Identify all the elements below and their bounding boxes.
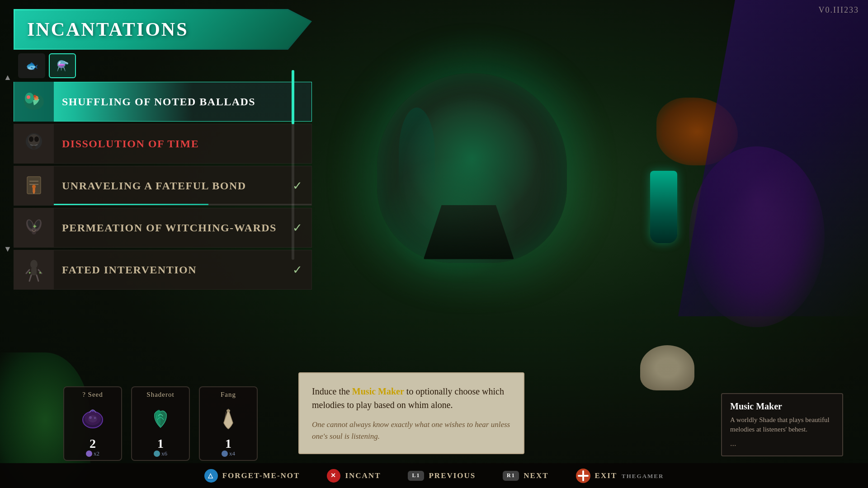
nav-arrow-up[interactable]: ▲	[3, 72, 13, 82]
description-main: Induce the Music Maker to optionally cho…	[312, 385, 511, 412]
thegamer-label: TheGamer	[622, 473, 664, 479]
svg-text:✦: ✦	[32, 223, 38, 230]
ingredient-card-3: Fang 1 x4	[199, 386, 258, 461]
version-label: V0.III233	[819, 5, 859, 15]
svg-line-25	[37, 275, 38, 281]
action-forget-label: Forget-me-not	[222, 471, 300, 480]
item-name-1: Shuffling of Noted Ballads	[54, 96, 302, 108]
item-icon-2	[14, 124, 54, 164]
incantation-item-5[interactable]: ✦ ✦ Fated Intervention ✓	[14, 250, 312, 290]
nav-arrow-down[interactable]: ▼	[3, 244, 13, 254]
incantation-list: Shuffling of Noted Ballads Dissolution o…	[14, 82, 312, 290]
svg-point-7	[29, 136, 33, 142]
l1-button[interactable]: L1	[408, 471, 424, 481]
incantation-item-3[interactable]: Unraveling a Fateful Bond ✓	[14, 166, 312, 206]
ingredient-count-2: 1	[157, 436, 164, 451]
action-exit-label: Exit TheGamer	[595, 471, 664, 480]
svg-point-8	[34, 136, 39, 142]
ingredient-card-2: Shaderot 1 x6	[131, 386, 190, 461]
ingredient-icon-1	[75, 400, 111, 436]
tab-mortar[interactable]: ⚗️	[49, 53, 76, 78]
item-name-2: Dissolution of Time	[54, 138, 302, 150]
svg-point-31	[89, 416, 92, 419]
ingredient-label-3: Fang	[221, 391, 236, 399]
svg-line-24	[29, 275, 31, 281]
ingredient-stock-label-1: x2	[94, 450, 99, 457]
ingredient-stock-label-3: x4	[229, 450, 235, 457]
tooltip-text: A worldly Shade that plays beautiful mel…	[730, 415, 834, 434]
item-name-3: Unraveling a Fateful Bond	[54, 180, 288, 192]
ingredient-count-1: 2	[90, 436, 96, 451]
item-icon-3	[14, 166, 54, 206]
item-name-5: Fated Intervention	[54, 264, 288, 276]
action-incant-label: Incant	[345, 471, 381, 480]
incantations-header: INCANTATIONS	[14, 9, 312, 50]
ingredient-stock-label-2: x6	[161, 450, 167, 457]
svg-text:✦: ✦	[28, 271, 32, 275]
ingredient-stock-2: x6	[154, 450, 167, 457]
bottom-action-bar: △ Forget-me-not ✕ Incant L1 Previous R1 …	[0, 463, 868, 488]
item-icon-4: ✦	[14, 208, 54, 248]
ingredients-section: ? Seed 2 x2 Shaderot	[63, 386, 258, 461]
svg-rect-21	[31, 268, 37, 275]
desc-prefix: Induce the	[312, 386, 352, 396]
ingredient-label-2: Shaderot	[146, 391, 174, 399]
cross-button[interactable]	[576, 469, 590, 483]
action-next-label: Next	[524, 471, 548, 480]
item-check-5: ✓	[292, 263, 302, 277]
item-icon-5: ✦ ✦	[14, 250, 54, 290]
ingredient-icon-2	[142, 400, 179, 436]
action-next[interactable]: R1 Next	[503, 471, 548, 481]
ingredient-stock-1: x2	[86, 450, 99, 457]
ingredient-card-1: ? Seed 2 x2	[63, 386, 122, 461]
tooltip-title: Music Maker	[730, 401, 834, 412]
svg-point-4	[33, 95, 36, 98]
tab-icons: 🐟 ⚗️	[14, 53, 312, 78]
action-previous[interactable]: L1 Previous	[408, 471, 476, 481]
item-name-4: Permeation of Witching-Wards	[54, 222, 288, 234]
item-icon-1	[14, 82, 54, 122]
r1-button[interactable]: R1	[503, 471, 519, 481]
tooltip-dots: ...	[730, 439, 834, 448]
desc-highlight: Music Maker	[352, 386, 404, 396]
svg-point-9	[32, 145, 36, 149]
svg-point-13	[32, 185, 36, 188]
exit-label: Exit	[595, 471, 617, 480]
triangle-button[interactable]: △	[204, 469, 218, 483]
action-incant[interactable]: ✕ Incant	[327, 469, 381, 483]
left-panel: INCANTATIONS 🐟 ⚗️ Shuffling of Noted Bal…	[14, 9, 312, 290]
ingredient-icon-3	[210, 400, 246, 436]
panel-title: INCANTATIONS	[27, 19, 189, 40]
svg-point-30	[88, 415, 97, 422]
tooltip-box: Music Maker A worldly Shade that plays b…	[721, 393, 843, 456]
action-exit[interactable]: Exit TheGamer	[576, 469, 664, 483]
incantation-item-2[interactable]: Dissolution of Time	[14, 124, 312, 164]
svg-point-2	[27, 95, 30, 99]
svg-point-33	[226, 409, 230, 412]
tab-fish[interactable]: 🐟	[18, 53, 45, 78]
description-italic: One cannot always know exactly what one …	[312, 419, 511, 442]
ingredient-label-1: ? Seed	[82, 391, 103, 399]
incantation-item-1[interactable]: Shuffling of Noted Ballads	[14, 82, 312, 122]
ingredient-count-3: 1	[225, 436, 231, 451]
ingredient-stock-3: x4	[222, 450, 235, 457]
svg-text:✦: ✦	[38, 271, 42, 275]
scroll-thumb	[292, 70, 294, 124]
svg-point-32	[94, 417, 96, 419]
x-button[interactable]: ✕	[327, 469, 340, 483]
incantation-item-4[interactable]: ✦ Permeation of Witching-Wards ✓	[14, 208, 312, 248]
action-previous-label: Previous	[429, 471, 476, 480]
svg-point-20	[30, 260, 38, 269]
action-forget-me-not[interactable]: △ Forget-me-not	[204, 469, 300, 483]
scroll-track[interactable]	[292, 70, 294, 260]
description-panel: Induce the Music Maker to optionally cho…	[298, 372, 524, 454]
